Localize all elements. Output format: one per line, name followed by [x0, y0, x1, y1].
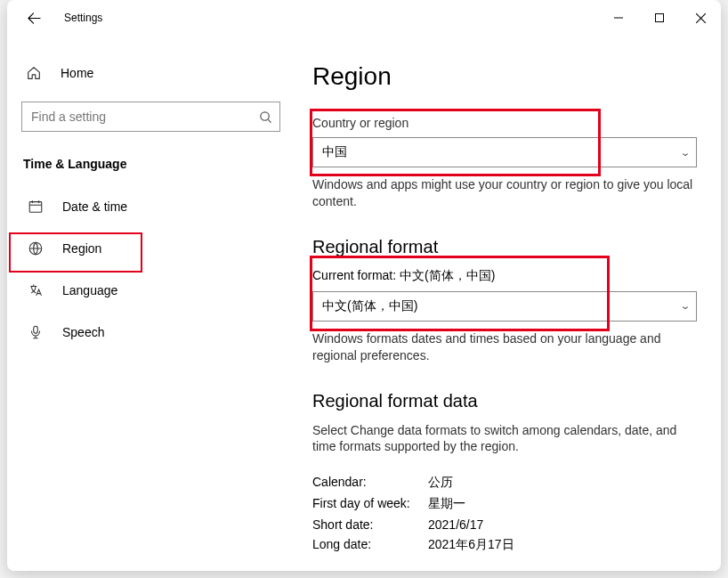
sidebar-item-language[interactable]: Language	[21, 269, 280, 311]
format-data-key: First day of week:	[312, 496, 428, 512]
svg-rect-0	[656, 14, 664, 22]
home-icon	[25, 65, 43, 81]
chevron-down-icon: ⌄	[680, 300, 691, 312]
sidebar-group-header: Time & Language	[23, 157, 280, 171]
main-panel: Region Country or region 中国 ⌄ Windows an…	[295, 36, 721, 571]
format-data-val: 星期一	[428, 496, 721, 512]
svg-rect-4	[34, 326, 38, 333]
country-region-label: Country or region	[312, 116, 721, 130]
format-data-val: 2021/6/17	[428, 517, 721, 532]
sidebar-item-label: Language	[62, 283, 117, 297]
sidebar-item-label: Region	[62, 241, 101, 256]
page-title: Region	[312, 62, 721, 91]
sidebar-item-date-time[interactable]: Date & time	[21, 185, 280, 227]
nav-list: Date & time Region Language	[21, 185, 280, 353]
sidebar-item-label: Speech	[62, 325, 104, 339]
sidebar-home-label: Home	[61, 66, 93, 80]
back-button[interactable]	[18, 2, 50, 34]
content-area: Home Time & Language Date & time	[7, 36, 721, 571]
sidebar: Home Time & Language Date & time	[7, 36, 295, 571]
calendar-clock-icon	[27, 199, 44, 215]
chevron-down-icon: ⌄	[680, 147, 691, 159]
maximize-icon	[655, 13, 664, 22]
maximize-button[interactable]	[639, 4, 680, 32]
settings-window: Settings Home	[7, 0, 721, 571]
regional-format-value: 中文(简体，中国)	[322, 298, 417, 314]
svg-point-1	[261, 111, 269, 119]
minimize-button[interactable]	[598, 4, 639, 32]
country-region-help: Windows and apps might use your country …	[312, 176, 697, 210]
search-icon	[259, 110, 272, 124]
current-format-value: 中文(简体，中国)	[400, 268, 495, 282]
search-box[interactable]	[21, 102, 280, 132]
regional-format-heading: Regional format	[312, 237, 721, 257]
globe-icon	[27, 240, 44, 256]
sidebar-item-speech[interactable]: Speech	[21, 311, 280, 353]
format-data-grid: Calendar: 公历 First day of week: 星期一 Shor…	[312, 475, 721, 553]
arrow-left-icon	[28, 12, 41, 25]
minimize-icon	[614, 13, 623, 22]
search-input[interactable]	[31, 110, 259, 124]
country-region-value: 中国	[322, 144, 347, 160]
svg-rect-2	[29, 201, 42, 212]
format-data-val: 公历	[428, 475, 721, 491]
regional-format-help: Windows formats dates and times based on…	[312, 330, 697, 364]
format-data-key: Calendar:	[312, 475, 428, 491]
country-region-select[interactable]: 中国 ⌄	[312, 137, 697, 167]
app-title: Settings	[64, 12, 102, 24]
format-data-key: Short date:	[312, 517, 428, 532]
regional-format-select[interactable]: 中文(简体，中国) ⌄	[312, 291, 697, 322]
format-data-key: Long date:	[312, 537, 428, 553]
close-icon	[696, 13, 706, 23]
language-icon	[27, 282, 44, 298]
search-wrap	[21, 102, 280, 132]
format-data-heading: Regional format data	[312, 391, 721, 411]
format-data-help: Select Change data formats to switch amo…	[312, 422, 697, 456]
sidebar-home[interactable]: Home	[21, 55, 280, 91]
microphone-icon	[27, 324, 44, 340]
current-format-line: Current format: 中文(简体，中国)	[312, 268, 721, 284]
format-data-val: 2021年6月17日	[428, 537, 721, 553]
titlebar: Settings	[7, 0, 721, 36]
sidebar-item-label: Date & time	[62, 199, 127, 214]
current-format-label: Current format:	[312, 268, 396, 282]
close-button[interactable]	[680, 4, 721, 32]
sidebar-item-region[interactable]: Region	[21, 227, 280, 269]
